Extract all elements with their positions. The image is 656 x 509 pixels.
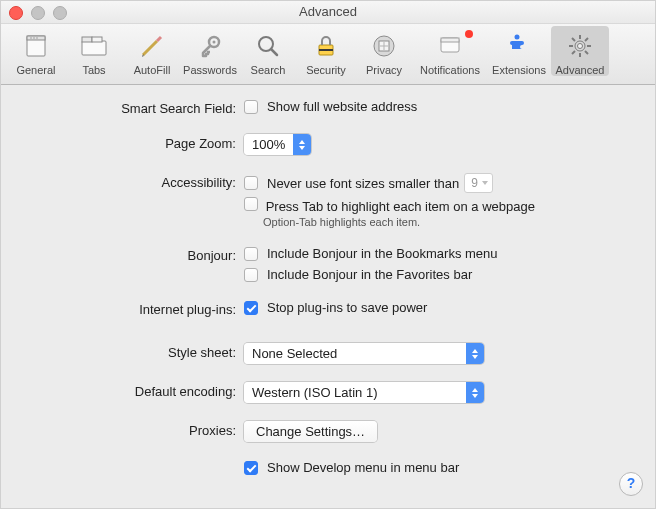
svg-line-26 [585, 38, 588, 41]
toolbar-item-search[interactable]: Search [239, 26, 297, 76]
notification-badge [465, 30, 473, 38]
titlebar: Advanced [1, 1, 655, 24]
select-caret-icon [466, 382, 484, 403]
preferences-window: Advanced General Tabs AutoFill Passwords [0, 0, 656, 509]
toolbar-label: General [7, 64, 65, 76]
label-smart-search: Smart Search Field: [19, 99, 244, 116]
toolbar-item-autofill[interactable]: AutoFill [123, 26, 181, 76]
show-develop-menu-label: Show Develop menu in menu bar [267, 460, 459, 475]
advanced-icon [564, 30, 596, 62]
label-bonjour: Bonjour: [19, 246, 244, 263]
svg-rect-6 [82, 37, 92, 42]
help-button[interactable]: ? [619, 472, 643, 496]
stylesheet-select[interactable]: None Selected [244, 343, 484, 364]
stop-plugins-checkbox[interactable] [244, 301, 258, 315]
toolbar-item-privacy[interactable]: Privacy [355, 26, 413, 76]
search-icon [252, 30, 284, 62]
toolbar-label: AutoFill [123, 64, 181, 76]
privacy-icon [368, 30, 400, 62]
toolbar-label: Tabs [65, 64, 123, 76]
svg-line-24 [585, 51, 588, 54]
toolbar-item-general[interactable]: General [7, 26, 65, 76]
show-full-url-checkbox[interactable] [244, 100, 258, 114]
toolbar-item-notifications[interactable]: Notifications [413, 26, 487, 76]
extensions-icon [503, 30, 535, 62]
min-font-size-checkbox[interactable] [244, 176, 258, 190]
general-icon [20, 30, 52, 62]
toolbar-item-security[interactable]: Security [297, 26, 355, 76]
bonjour-bookmarks-checkbox[interactable] [244, 247, 258, 261]
window-controls [9, 6, 67, 20]
svg-point-4 [36, 37, 37, 38]
stylesheet-value: None Selected [244, 343, 466, 364]
zoom-window-button[interactable] [53, 6, 67, 20]
min-font-size-value: 9 [471, 176, 478, 190]
press-tab-label: Press Tab to highlight each item on a we… [266, 199, 535, 214]
svg-line-23 [572, 38, 575, 41]
svg-rect-1 [27, 36, 45, 40]
change-settings-label: Change Settings… [256, 424, 365, 439]
label-page-zoom: Page Zoom: [19, 134, 244, 151]
toolbar-label: Advanced [551, 64, 609, 76]
label-proxies: Proxies: [19, 421, 244, 438]
change-settings-button[interactable]: Change Settings… [244, 421, 377, 442]
stop-plugins-label: Stop plug-ins to save power [267, 300, 427, 315]
tabs-icon [78, 30, 110, 62]
toolbar-label: Passwords [181, 64, 239, 76]
toolbar-label: Notifications [413, 64, 487, 76]
toolbar-label: Search [239, 64, 297, 76]
encoding-select[interactable]: Western (ISO Latin 1) [244, 382, 484, 403]
toolbar-item-extensions[interactable]: Extensions [487, 26, 551, 76]
encoding-value: Western (ISO Latin 1) [244, 382, 466, 403]
svg-point-2 [30, 37, 31, 38]
toolbar-label: Security [297, 64, 355, 76]
svg-point-3 [33, 37, 34, 38]
security-icon [310, 30, 342, 62]
toolbar-item-passwords[interactable]: Passwords [181, 26, 239, 76]
bonjour-favorites-label: Include Bonjour in the Favorites bar [267, 267, 472, 282]
minimize-window-button[interactable] [31, 6, 45, 20]
show-develop-menu-checkbox[interactable] [244, 461, 258, 475]
svg-rect-5 [82, 41, 106, 55]
bonjour-favorites-checkbox[interactable] [244, 268, 258, 282]
label-accessibility: Accessibility: [19, 173, 244, 190]
toolbar-label: Extensions [487, 64, 551, 76]
show-full-url-label: Show full website address [267, 99, 417, 114]
svg-rect-12 [319, 49, 333, 51]
press-tab-hint: Option-Tab highlights each item. [263, 216, 637, 228]
autofill-icon [136, 30, 168, 62]
label-stylesheet: Style sheet: [19, 343, 244, 360]
preferences-toolbar: General Tabs AutoFill Passwords Search [1, 24, 655, 85]
toolbar-item-tabs[interactable]: Tabs [65, 26, 123, 76]
toolbar-label: Privacy [355, 64, 413, 76]
min-font-size-select[interactable]: 9 [464, 173, 493, 193]
press-tab-checkbox[interactable] [244, 197, 258, 211]
passwords-icon [194, 30, 226, 62]
label-encoding: Default encoding: [19, 382, 244, 399]
svg-point-9 [213, 41, 216, 44]
svg-rect-7 [92, 37, 102, 42]
select-caret-icon [466, 343, 484, 364]
bonjour-bookmarks-label: Include Bonjour in the Bookmarks menu [267, 246, 498, 261]
notifications-icon [434, 30, 466, 62]
page-zoom-select[interactable]: 100% [244, 134, 311, 155]
window-title: Advanced [299, 4, 357, 19]
svg-point-27 [578, 44, 583, 49]
svg-line-25 [572, 51, 575, 54]
label-plugins: Internet plug-ins: [19, 300, 244, 317]
content-area: Smart Search Field: Show full website ad… [1, 85, 655, 489]
page-zoom-value: 100% [244, 134, 293, 155]
chevron-down-icon [482, 181, 488, 185]
svg-rect-16 [441, 38, 459, 42]
close-window-button[interactable] [9, 6, 23, 20]
svg-point-17 [515, 35, 520, 40]
select-caret-icon [293, 134, 311, 155]
min-font-size-label: Never use font sizes smaller than [267, 176, 459, 191]
toolbar-item-advanced[interactable]: Advanced [551, 26, 609, 76]
